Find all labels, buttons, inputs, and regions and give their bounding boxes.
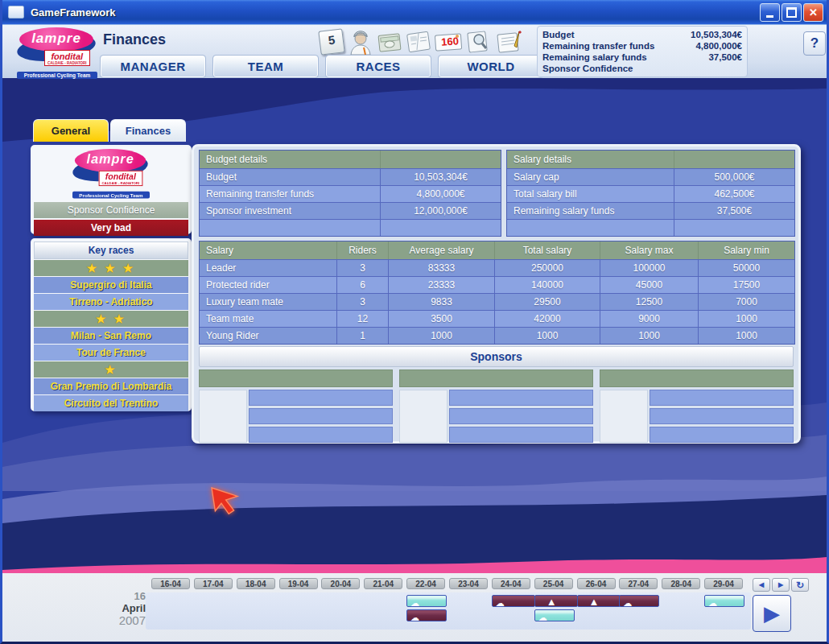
timeline-event-24-04[interactable]: ☁ <box>492 595 535 607</box>
avg-salary-cell: 23333 <box>388 276 494 293</box>
key-race-item[interactable]: Gran Premio di Lombardia <box>34 378 188 394</box>
timeline-date-23-04[interactable]: 23-04 <box>449 578 488 589</box>
sponsor-confidence-card: lampre fondital CALDAIE - RADIATORI Prof… <box>31 145 192 234</box>
timeline-date-29-04[interactable]: 29-04 <box>704 578 743 589</box>
timeline-date-28-04[interactable]: 28-04 <box>662 578 700 589</box>
key-race-item[interactable]: Supergiro di Italia <box>34 277 188 293</box>
timeline-date-25-04[interactable]: 25-04 <box>534 578 573 589</box>
key-race-item[interactable]: Milan - San Remo <box>34 328 188 344</box>
timeline-date-16-04[interactable]: 16-04 <box>151 578 190 589</box>
sponsor-logo-placeholder <box>199 390 247 443</box>
cloud-icon: ☁ <box>496 598 505 607</box>
table-row: Leader 3 83333 250000 100000 50000 <box>200 259 794 276</box>
money-icon[interactable] <box>376 28 403 56</box>
timeline-event-22-04[interactable]: ☁ <box>406 595 447 607</box>
timeline-scroll-left-button[interactable]: ◀ <box>753 578 770 592</box>
timeline-event-25-04[interactable]: ☁ <box>534 609 575 621</box>
timeline-date-27-04[interactable]: 27-04 <box>619 578 658 589</box>
page-title: Finances <box>103 31 166 48</box>
right-arrow-icon: ▶ <box>778 581 783 588</box>
main-navigation: MANAGER TEAM RACES WORLD <box>101 56 543 77</box>
timeline-date-17-04[interactable]: 17-04 <box>194 578 233 589</box>
salary-row-value: 462,500€ <box>674 185 794 202</box>
tab-general[interactable]: General <box>33 119 109 142</box>
salary-row-label: Total salary bill <box>507 185 674 202</box>
tab-finances[interactable]: Finances <box>110 119 186 142</box>
calendar-icon[interactable]: 5 <box>318 28 345 56</box>
timeline-date-21-04[interactable]: 21-04 <box>364 578 402 589</box>
table-row: Team mate 12 3500 42000 9000 1000 <box>200 310 794 327</box>
nav-tab-races[interactable]: RACES <box>326 56 431 77</box>
minimize-icon <box>766 15 773 18</box>
logo-tagline: Professional Cycling Team <box>72 192 150 199</box>
riders-cell: 3 <box>336 259 388 276</box>
reports-icon[interactable] <box>464 28 492 56</box>
key-race-item[interactable]: Tour de France <box>34 345 188 361</box>
notes-icon[interactable] <box>495 28 522 56</box>
col-header-average-salary: Average salary <box>388 242 494 259</box>
title-bar: GameFramework ✕ <box>0 0 829 24</box>
advance-day-button[interactable]: ▶ <box>753 595 791 632</box>
salary-max-cell: 12500 <box>600 293 698 310</box>
logo-sponsor-tag: CALDAIE - RADIATORI <box>101 181 139 185</box>
timeline-date-19-04[interactable]: 19-04 <box>279 578 318 589</box>
finances-panel: Budget details Budget10,503,304€ Remaini… <box>192 144 801 444</box>
table-row: Luxury team mate 3 9833 29500 12500 7000 <box>200 293 794 310</box>
cloud-icon: ☁ <box>410 613 419 621</box>
stars-3-row: ★ ★ ★ <box>34 260 188 276</box>
timeline-event-27-04[interactable]: ☁ <box>619 595 659 607</box>
col-header-salary: Salary <box>200 242 336 259</box>
rider-role-cell: Luxury team mate <box>200 293 336 310</box>
maximize-button[interactable] <box>782 3 802 22</box>
timeline-scroll-right-button[interactable]: ▶ <box>772 578 790 592</box>
timeline-date-18-04[interactable]: 18-04 <box>237 578 275 589</box>
salary-row-label: Salary cap <box>507 168 674 185</box>
mountain-icon: ▲ <box>546 596 557 607</box>
key-races-card: Key races ★ ★ ★ Supergiro di Italia Tirr… <box>31 238 192 411</box>
cloud-icon: ☁ <box>410 598 419 607</box>
budget-row-value <box>380 219 501 236</box>
salary-min-cell: 1000 <box>698 310 794 327</box>
timeline-event-25-04[interactable]: ▲ <box>534 595 578 607</box>
play-icon: ▶ <box>764 603 780 624</box>
current-date-display: 16 April 2007 <box>89 590 146 626</box>
nav-tab-world[interactable]: WORLD <box>439 56 543 77</box>
nav-tab-team[interactable]: TEAM <box>213 56 318 77</box>
timeline-track[interactable]: ☁☁☁▲▲☁☁☁ <box>146 592 751 630</box>
team-logo: lampre fondital CALDAIE - RADIATORI Prof… <box>17 27 97 79</box>
timeline-event-22-04[interactable]: ☁ <box>406 609 447 621</box>
timeline-event-26-04[interactable]: ▲ <box>577 595 621 607</box>
budget-details-header-value <box>380 151 501 168</box>
mouse-cursor <box>208 485 241 517</box>
avg-salary-cell: 83333 <box>388 259 494 276</box>
salary-row-label: Remaining salary funds <box>507 202 674 219</box>
nav-tab-manager[interactable]: MANAGER <box>101 56 205 77</box>
rider-icon[interactable] <box>347 28 374 56</box>
timeline-date-26-04[interactable]: 26-04 <box>577 578 616 589</box>
salary-row-value: 37,500€ <box>674 202 794 219</box>
table-row: Young Rider 1 1000 1000 1000 1000 <box>200 327 794 344</box>
budget-info-panel: Budget10,503,304€ Remaining transfer fun… <box>537 26 748 77</box>
timeline-reset-button[interactable]: ↻ <box>791 578 809 592</box>
current-month: April <box>89 602 146 614</box>
timeline-date-24-04[interactable]: 24-04 <box>492 578 530 589</box>
sponsor-detail-row <box>650 408 794 424</box>
mountain-icon: ▲ <box>589 596 600 607</box>
key-race-item[interactable]: Tirreno - Adriatico <box>34 294 188 310</box>
budget-row-value: 10,503,304€ <box>380 168 501 185</box>
timeline-event-29-04[interactable]: ☁ <box>704 595 744 607</box>
sponsor-slot <box>399 390 593 443</box>
close-button[interactable]: ✕ <box>803 3 823 22</box>
avg-salary-cell: 1000 <box>388 327 494 344</box>
mail-icon[interactable]: 160 <box>434 28 461 56</box>
key-race-item[interactable]: Circuito del Trentino <box>34 395 188 411</box>
total-salary-cell: 140000 <box>494 276 600 293</box>
minimize-button[interactable] <box>760 3 780 22</box>
total-salary-cell: 1000 <box>494 327 600 344</box>
salary-max-cell: 45000 <box>600 276 698 293</box>
col-header-salary-max: Salary max <box>600 242 698 259</box>
newspaper-icon[interactable] <box>405 28 432 56</box>
timeline-date-20-04[interactable]: 20-04 <box>321 578 360 589</box>
timeline-date-22-04[interactable]: 22-04 <box>406 578 445 589</box>
help-button[interactable]: ? <box>803 31 826 56</box>
